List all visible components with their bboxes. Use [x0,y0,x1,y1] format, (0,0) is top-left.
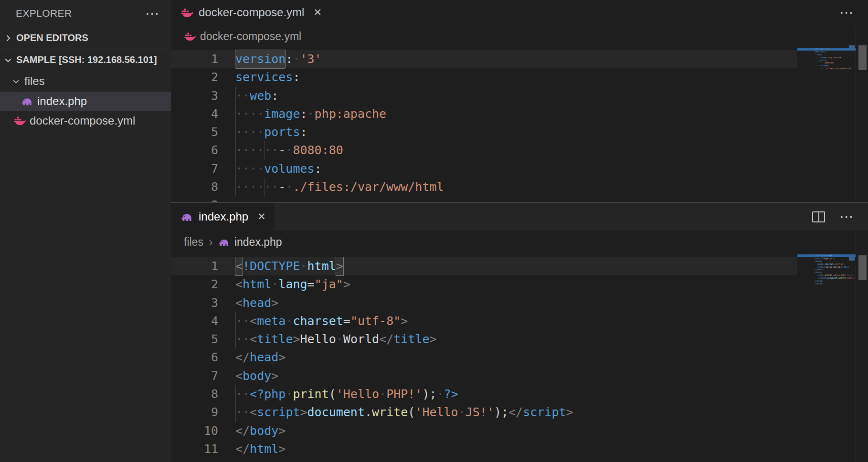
code-line[interactable]: 3··web: [171,87,797,105]
line-number: 9 [171,403,218,421]
code-token: script [523,403,566,421]
line-number: 11 [171,440,218,458]
tab-bar-bottom: index.php ✕ ⋯ [171,203,868,231]
code-token: body [243,367,271,385]
code-editor-index-php[interactable]: 1<!DOCTYPE·html>2<html·lang="ja">3<head>… [171,253,797,462]
close-icon[interactable]: ✕ [313,7,322,18]
minimap[interactable]: <!DOCTYPE·html><html·lang="ja"><head>··<… [797,254,856,462]
tab-index-php[interactable]: index.php ✕ [171,203,275,231]
code-token: print [293,385,328,403]
code-token: ·· [250,160,264,178]
line-number: 4 [171,312,218,330]
code-token: < [235,275,243,294]
code-token: html [243,275,271,294]
code-token: ( [329,385,336,403]
line-number: 6 [171,348,218,367]
tree-item-docker-compose[interactable]: docker-compose.yml [0,111,171,131]
code-line[interactable]: 10</body> [171,422,797,440]
editor-more-icon[interactable]: ⋯ [839,210,855,224]
code-line[interactable]: 3<head> [171,294,797,312]
tab-label: index.php [199,210,248,223]
editor-group-top: docker-compose.yml ✕ ⋯ [171,0,868,202]
code-line[interactable]: 4··<meta·charset="utf-8"> [171,312,797,330]
code-line[interactable]: 6······-·8080:80 [171,141,797,159]
code-token: : [300,123,307,141]
code-line[interactable]: 1<!DOCTYPE·html> [171,257,797,275]
breadcrumb-item-file[interactable]: index.php [234,236,282,249]
code-token: body [250,422,278,440]
code-token: ·· [235,312,250,330]
code-line[interactable]: 2services: [171,68,797,86]
code-editor-docker-compose[interactable]: 1version:·'3'2services:3··web:4····image… [171,48,797,202]
line-number: 4 [171,105,218,123]
code-token: · [286,178,293,196]
code-line[interactable]: 8······-·./files:/var/www/html [171,178,797,196]
code-token: </ [379,330,393,348]
tree-item-files[interactable]: files [0,71,171,92]
tree-item-index-php[interactable]: index.php [0,92,171,111]
php-file-icon [180,210,193,223]
code-token: ·· [250,178,264,196]
close-icon[interactable]: ✕ [257,211,266,222]
code-token: charset [293,312,343,330]
open-editors-section[interactable]: OPEN EDITORS [0,27,171,49]
code-token: '3' [300,50,321,68]
code-token: · [307,105,315,123]
code-token: > [278,440,286,458]
code-token: ·· [235,105,250,123]
workspace-section[interactable]: SAMPLE [SSH: 192.168.56.101] [0,49,171,71]
code-line[interactable]: 5··<title>Hello·World</title> [171,330,797,348]
code-line[interactable]: 9··<script>document.write('Hello·JS!');<… [171,403,797,421]
scrollbar [856,25,868,202]
explorer-more-icon[interactable]: ⋯ [145,6,160,21]
breadcrumb: docker-compose.yml [171,25,868,48]
code-line[interactable]: 7····volumes: [171,160,797,178]
code-token: !DOCTYPE [243,257,300,275]
scrollbar-thumb[interactable] [858,255,867,280]
code-token: 'Hello [336,385,379,403]
code-token: ·· [235,87,250,105]
code-token: services [235,68,293,86]
scrollbar [856,231,868,462]
code-token: · [286,312,293,330]
minimap-line[interactable] [797,70,856,73]
code-token: html [307,257,336,275]
open-editors-label: OPEN EDITORS [16,32,88,43]
code-line[interactable]: 5····ports: [171,123,797,141]
code-line[interactable]: 12 [171,458,797,462]
code-token: : [286,50,293,68]
vscode-window: EXPLORER ⋯ OPEN EDITORS SAMPLE [SSH: 192… [0,0,868,462]
code-token: image [264,105,300,123]
code-line[interactable]: 1version:·'3' [171,50,797,68]
code-line[interactable]: 6</head> [171,348,797,367]
editor-more-icon[interactable]: ⋯ [839,5,855,20]
minimap-line[interactable] [797,285,856,288]
code-token: head [243,294,271,312]
breadcrumb-item-folder[interactable]: files [184,236,203,249]
code-token: : [271,87,278,105]
code-line[interactable]: 11</html> [171,440,797,458]
line-number: 2 [171,275,218,294]
code-token: ./files:/var/www/html [293,178,444,196]
tree-item-label: index.php [37,94,87,108]
code-line[interactable]: 8··<?php·print('Hello·PHP!');·?> [171,385,797,403]
line-number: 9 [171,196,218,202]
line-number: 7 [171,367,218,385]
code-token: ( [408,403,415,421]
scrollbar-thumb[interactable] [858,45,867,70]
tab-docker-compose[interactable]: docker-compose.yml ✕ [171,0,330,25]
breadcrumb-item-file[interactable]: docker-compose.yml [200,30,301,43]
split-editor-icon[interactable] [812,211,825,222]
line-number: 3 [171,294,218,312]
code-token: > [278,422,286,440]
code-token: World [343,330,379,348]
code-token: · [336,330,343,348]
code-line[interactable]: 2<html·lang="ja"> [171,275,797,294]
line-number: 7 [171,160,218,178]
code-line[interactable]: 7<body> [171,367,797,385]
code-token: ports [264,123,300,141]
code-line[interactable]: 9 [171,196,797,202]
minimap[interactable]: version:·'3'services:··web:····image:·ph… [797,48,856,202]
code-line[interactable]: 4····image:·php:apache [171,105,797,123]
editor-group-bottom: index.php ✕ ⋯ files › in [171,202,868,462]
